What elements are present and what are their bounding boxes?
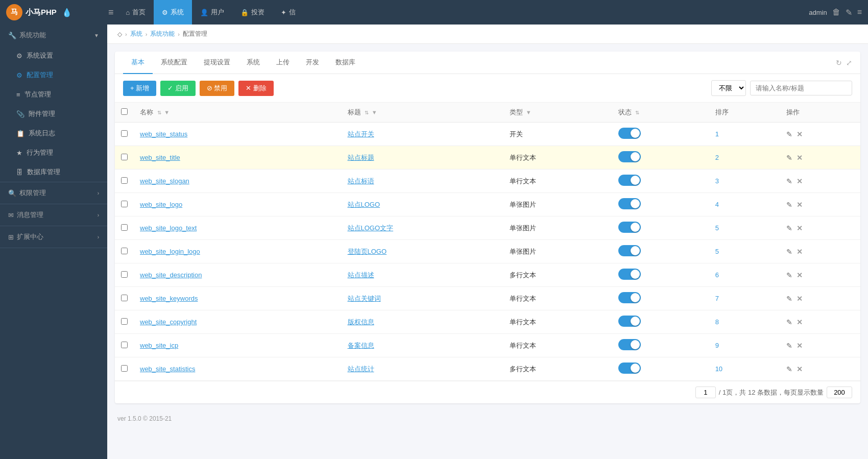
row-order-link-0[interactable]: 1 (715, 130, 719, 138)
row-name-link-4[interactable]: web_site_logo_text (140, 224, 197, 232)
sort-icon-status[interactable]: ⇅ (635, 110, 639, 115)
row-order-link-8[interactable]: 8 (715, 318, 719, 326)
sidebar-item-config-manage[interactable]: ⚙ 配置管理 (0, 65, 107, 85)
row-delete-icon-2[interactable]: ✕ (797, 177, 803, 185)
filter-icon-title[interactable]: ▼ (372, 109, 377, 115)
row-name-link-8[interactable]: web_site_copyright (140, 318, 197, 326)
nav-item-msg[interactable]: ✦ 信 (273, 0, 304, 25)
filter-icon-name[interactable]: ▼ (164, 109, 170, 115)
sidebar-item-system-settings[interactable]: ⚙ 系统设置 (0, 46, 107, 65)
hamburger-icon[interactable]: ≡ (108, 7, 114, 18)
row-edit-icon-10[interactable]: ✎ (786, 365, 792, 373)
row-order-link-10[interactable]: 10 (715, 365, 722, 373)
sidebar-group-messages-title[interactable]: ✉ 消息管理 › (0, 204, 107, 226)
row-delete-icon-4[interactable]: ✕ (797, 224, 803, 232)
row-name-link-6[interactable]: web_site_description (140, 271, 202, 279)
row-select-0[interactable] (121, 130, 128, 137)
row-order-link-7[interactable]: 7 (715, 295, 719, 302)
sidebar-item-behavior[interactable]: ★ 行为管理 (0, 143, 107, 162)
row-delete-icon-0[interactable]: ✕ (797, 130, 803, 138)
refresh-icon[interactable]: ↻ (836, 59, 842, 67)
tab-basic[interactable]: 基本 (123, 52, 153, 74)
tab-system[interactable]: 系统 (238, 52, 268, 74)
row-edit-icon-9[interactable]: ✎ (786, 342, 792, 350)
row-delete-icon-9[interactable]: ✕ (797, 342, 803, 350)
row-order-link-5[interactable]: 5 (715, 248, 719, 255)
row-name-link-3[interactable]: web_site_logo (140, 201, 182, 208)
row-order-link-6[interactable]: 6 (715, 271, 719, 279)
row-delete-icon-5[interactable]: ✕ (797, 248, 803, 256)
disable-button[interactable]: ⊘ 禁用 (200, 81, 235, 96)
row-order-link-2[interactable]: 3 (715, 177, 719, 185)
row-title-link-0[interactable]: 站点开关 (348, 130, 374, 138)
search-input[interactable] (750, 81, 852, 95)
row-select-5[interactable] (121, 248, 128, 254)
row-select-8[interactable] (121, 318, 128, 325)
row-delete-icon-6[interactable]: ✕ (797, 271, 803, 279)
menu-icon[interactable]: ≡ (857, 8, 862, 17)
sort-icon-title[interactable]: ⇅ (365, 110, 369, 115)
filter-icon-type[interactable]: ▼ (526, 109, 532, 115)
row-select-2[interactable] (121, 177, 128, 184)
row-select-9[interactable] (121, 342, 128, 348)
row-edit-icon-8[interactable]: ✎ (786, 318, 792, 326)
row-title-link-6[interactable]: 站点描述 (348, 271, 374, 279)
row-toggle-4[interactable] (618, 222, 641, 233)
row-toggle-3[interactable] (618, 198, 641, 209)
row-edit-icon-7[interactable]: ✎ (786, 295, 792, 303)
row-name-link-0[interactable]: web_site_status (140, 130, 187, 138)
row-toggle-1[interactable] (618, 151, 641, 162)
row-select-6[interactable] (121, 271, 128, 278)
sort-icon-name[interactable]: ⇅ (157, 110, 161, 115)
row-name-link-5[interactable]: web_site_login_logo (140, 248, 200, 255)
nav-item-user[interactable]: 👤 用户 (192, 0, 232, 25)
nav-item-system[interactable]: ⚙ 系统 (154, 0, 192, 25)
breadcrumb-system-func[interactable]: 系统功能 (150, 30, 175, 38)
row-toggle-2[interactable] (618, 175, 641, 186)
row-toggle-5[interactable] (618, 245, 641, 256)
breadcrumb-system[interactable]: 系统 (130, 30, 142, 38)
edit-icon[interactable]: ✎ (846, 8, 852, 17)
row-select-10[interactable] (121, 365, 128, 372)
row-toggle-10[interactable] (618, 363, 641, 374)
row-title-link-3[interactable]: 站点LOGO (348, 201, 380, 208)
row-title-link-5[interactable]: 登陆页LOGO (348, 248, 387, 255)
row-title-link-7[interactable]: 站点关键词 (348, 295, 381, 302)
row-order-link-9[interactable]: 9 (715, 342, 719, 349)
sidebar-item-system-log[interactable]: 📋 系统日志 (0, 124, 107, 143)
row-delete-icon-7[interactable]: ✕ (797, 295, 803, 303)
row-name-link-7[interactable]: web_site_keywords (140, 295, 198, 302)
page-input[interactable]: 1 (695, 386, 716, 398)
row-title-link-1[interactable]: 站点标题 (348, 154, 374, 161)
select-all-checkbox[interactable] (121, 108, 128, 115)
sidebar-group-extensions-title[interactable]: ⊞ 扩展中心 › (0, 226, 107, 248)
row-edit-icon-0[interactable]: ✎ (786, 130, 792, 138)
row-order-link-4[interactable]: 5 (715, 224, 719, 232)
row-title-link-10[interactable]: 站点统计 (348, 365, 374, 373)
row-toggle-0[interactable] (618, 128, 641, 139)
row-title-link-4[interactable]: 站点LOGO文字 (348, 224, 394, 232)
row-edit-icon-1[interactable]: ✎ (786, 154, 792, 162)
row-delete-icon-1[interactable]: ✕ (797, 154, 803, 162)
filter-select[interactable]: 不限 (711, 80, 746, 96)
sidebar-item-db-manage[interactable]: 🗄 数据库管理 (0, 162, 107, 182)
row-edit-icon-6[interactable]: ✎ (786, 271, 792, 279)
nav-item-invest[interactable]: 🔒 投资 (232, 0, 273, 25)
sidebar-item-node-manage[interactable]: ≡ 节点管理 (0, 85, 107, 104)
row-name-link-10[interactable]: web_site_statistics (140, 365, 195, 373)
row-toggle-9[interactable] (618, 339, 641, 350)
row-edit-icon-5[interactable]: ✎ (786, 248, 792, 256)
enable-button[interactable]: ✓ 启用 (160, 81, 196, 96)
sidebar-group-system-title[interactable]: 🔧 系统功能 ▼ (0, 25, 107, 46)
delete-button[interactable]: ✕ 删除 (238, 81, 274, 96)
row-delete-icon-3[interactable]: ✕ (797, 201, 803, 209)
row-select-7[interactable] (121, 295, 128, 301)
row-toggle-7[interactable] (618, 292, 641, 303)
row-delete-icon-8[interactable]: ✕ (797, 318, 803, 326)
nav-item-home[interactable]: ⌂ 首页 (118, 0, 154, 25)
tab-dev[interactable]: 开发 (298, 52, 327, 74)
row-name-link-1[interactable]: web_site_title (140, 154, 180, 161)
row-toggle-8[interactable] (618, 316, 641, 327)
add-button[interactable]: + 新增 (123, 81, 156, 96)
row-title-link-2[interactable]: 站点标语 (348, 177, 374, 185)
